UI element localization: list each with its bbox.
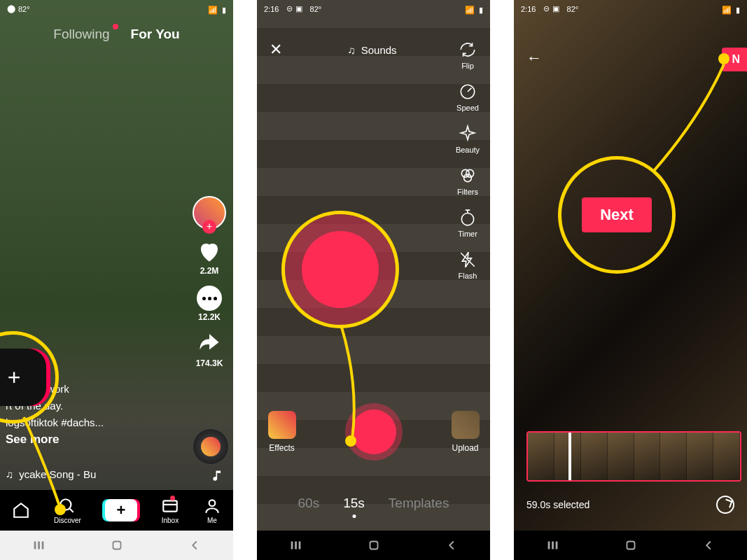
filters-icon xyxy=(459,167,477,185)
nav-inbox[interactable]: Inbox xyxy=(161,497,179,524)
home-icon xyxy=(12,501,30,519)
svg-point-2 xyxy=(209,500,216,506)
effects-thumb-icon xyxy=(268,411,296,439)
highlight-endpoint-2 xyxy=(345,435,356,447)
home-system-icon[interactable] xyxy=(366,538,382,553)
back-icon[interactable] xyxy=(444,538,459,553)
timeline-cursor[interactable] xyxy=(568,431,571,482)
music-note-icon: ♫ xyxy=(347,44,355,56)
duration-60s[interactable]: 60s xyxy=(298,496,320,511)
notification-dot-icon xyxy=(170,496,175,500)
selected-duration: 59.0s selected xyxy=(526,499,589,510)
record-button[interactable] xyxy=(345,403,403,461)
filters-button[interactable]: Filters xyxy=(451,167,484,196)
video-timeline[interactable] xyxy=(526,431,741,482)
sounds-button[interactable]: ♫Sounds xyxy=(347,44,396,56)
recents-icon[interactable] xyxy=(545,538,561,553)
close-button[interactable]: ✕ xyxy=(270,41,282,59)
highlight-create-enlarged: + xyxy=(0,349,46,406)
like-button[interactable]: 2.2M xyxy=(197,239,222,276)
duration-15s[interactable]: 15s xyxy=(343,496,365,511)
sound-info[interactable]: ♫ ycake Song - Bu xyxy=(6,468,184,480)
system-nav[interactable] xyxy=(257,531,490,560)
beauty-icon xyxy=(459,125,477,143)
speed-button[interactable]: Speed xyxy=(451,83,484,112)
back-button[interactable]: ← xyxy=(526,49,542,67)
profile-icon xyxy=(203,497,221,515)
see-more-link[interactable]: See more xyxy=(6,431,109,448)
tab-for-you[interactable]: For You xyxy=(131,27,180,42)
timer-button[interactable]: Timer xyxy=(451,209,484,238)
tab-following[interactable]: Following xyxy=(53,27,109,42)
comment-icon xyxy=(197,286,222,311)
phone-camera: 📶▮ 2:16 ⊝ ▣ 82° ✕ ♫Sounds Flip Speed Bea… xyxy=(257,0,490,560)
svg-point-7 xyxy=(464,174,472,182)
duration-templates[interactable]: Templates xyxy=(389,496,449,511)
flip-button[interactable]: Flip xyxy=(451,41,484,70)
upload-button[interactable]: Upload xyxy=(452,411,480,453)
speed-adjust-button[interactable] xyxy=(716,496,734,514)
phone-feed: 📶▮ ⬤82° Following For You + 2.2M 12.2K 1… xyxy=(0,0,233,560)
back-icon[interactable] xyxy=(701,538,716,553)
share-button[interactable]: 174.3K xyxy=(196,332,223,368)
phone-preview: 📶▮ 2:16 ⊝ ▣ 82° ← N 59.0s selected Next xyxy=(514,0,747,560)
sound-disc[interactable] xyxy=(193,428,229,465)
speed-icon xyxy=(459,83,477,101)
svg-rect-10 xyxy=(627,542,634,550)
home-system-icon[interactable] xyxy=(109,538,125,553)
flash-button[interactable]: Flash xyxy=(451,251,484,280)
recents-icon[interactable] xyxy=(288,538,304,553)
home-system-icon[interactable] xyxy=(623,538,638,553)
nav-create[interactable]: + xyxy=(105,499,137,522)
system-nav[interactable] xyxy=(514,531,747,560)
status-bar: 📶▮ xyxy=(0,0,233,20)
highlight-next-enlarged: Next xyxy=(561,160,672,270)
follow-plus-icon[interactable]: + xyxy=(202,220,216,234)
highlight-endpoint-3 xyxy=(718,53,729,64)
recents-icon[interactable] xyxy=(32,538,47,553)
music-note-icon xyxy=(211,469,225,483)
comment-button[interactable]: 12.2K xyxy=(197,286,222,322)
bottom-nav: Discover + Inbox Me xyxy=(0,490,233,531)
flip-icon xyxy=(459,41,477,59)
svg-rect-9 xyxy=(370,542,377,550)
profile-avatar[interactable]: + xyxy=(193,196,226,230)
heart-icon xyxy=(197,239,222,265)
nav-me[interactable]: Me xyxy=(203,497,221,524)
timer-icon xyxy=(459,209,477,227)
svg-rect-1 xyxy=(163,500,177,511)
nav-home[interactable] xyxy=(12,501,30,519)
highlight-record-enlarged xyxy=(285,214,396,325)
beauty-button[interactable]: Beauty xyxy=(451,125,484,154)
share-icon xyxy=(197,332,222,357)
svg-point-6 xyxy=(466,169,474,177)
plus-icon: + xyxy=(117,501,126,519)
highlight-endpoint-1 xyxy=(55,504,66,515)
back-icon[interactable] xyxy=(187,538,202,553)
system-nav[interactable] xyxy=(0,531,233,560)
svg-rect-3 xyxy=(113,542,120,550)
upload-thumb-icon xyxy=(452,411,480,439)
effects-button[interactable]: Effects xyxy=(268,411,296,453)
flash-icon xyxy=(459,251,477,269)
svg-point-8 xyxy=(461,214,473,225)
